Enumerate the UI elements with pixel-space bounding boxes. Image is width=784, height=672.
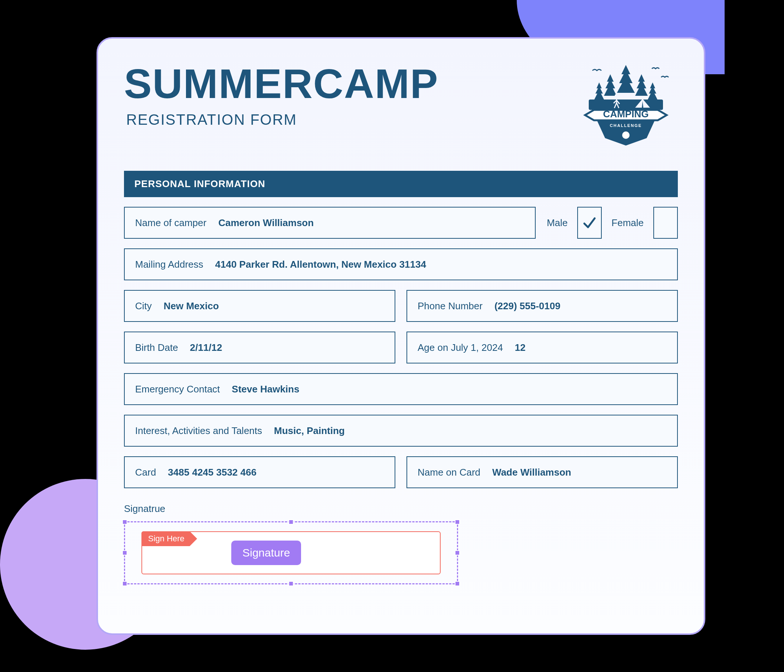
signature-selection-frame[interactable]: Sign Here Signature [124,521,458,584]
male-checkbox[interactable] [577,207,602,239]
interests-value: Music, Painting [274,425,345,437]
svg-point-1 [615,94,618,98]
sign-here-tag: Sign Here [142,531,190,546]
birthdate-label: Birth Date [135,342,178,353]
city-field[interactable]: City New Mexico [124,290,395,322]
name-value: Cameron Williamson [218,217,314,229]
address-field[interactable]: Mailing Address 4140 Parker Rd. Allentow… [124,248,678,280]
birthdate-value: 2/11/12 [190,342,222,353]
camping-logo-icon: CAMPING CHALLENGE [578,59,674,156]
emergency-field[interactable]: Emergency Contact Steve Hawkins [124,373,678,405]
phone-field[interactable]: Phone Number (229) 555-0109 [406,290,678,322]
signature-button[interactable]: Signature [231,541,301,565]
birthdate-field[interactable]: Birth Date 2/11/12 [124,331,395,364]
resize-handle-icon[interactable] [288,581,294,586]
resize-handle-icon[interactable] [122,581,128,586]
section-personal-info: PERSONAL INFORMATION [124,171,678,197]
svg-point-2 [622,131,630,139]
age-label: Age on July 1, 2024 [418,342,503,353]
female-label: Female [611,217,644,229]
cardname-label: Name on Card [418,467,480,478]
header-row: SUMMERCAMP REGISTRATION FORM [124,59,678,156]
page-subtitle: REGISTRATION FORM [126,111,439,128]
cardname-value: Wade Williamson [492,467,571,478]
phone-label: Phone Number [418,300,482,312]
sign-here-text: Sign Here [148,534,185,543]
card-label: Card [135,467,156,478]
checkmark-icon [582,215,597,230]
name-label: Name of camper [135,217,206,229]
interests-field[interactable]: Interest, Activities and Talents Music, … [124,415,678,446]
city-label: City [135,300,152,312]
female-checkbox[interactable] [653,207,678,239]
emergency-label: Emergency Contact [135,384,220,395]
resize-handle-icon[interactable] [122,520,128,524]
name-field[interactable]: Name of camper Cameron Williamson [124,207,536,239]
resize-handle-icon[interactable] [455,520,460,524]
phone-value: (229) 555-0109 [495,300,560,312]
age-field[interactable]: Age on July 1, 2024 12 [406,331,678,364]
title-block: SUMMERCAMP REGISTRATION FORM [124,59,439,128]
resize-handle-icon[interactable] [455,581,460,586]
page-title: SUMMERCAMP [124,63,439,105]
male-label: Male [547,217,568,229]
signature-label: Signatrue [124,503,678,515]
address-value: 4140 Parker Rd. Allentown, New Mexico 31… [215,259,426,270]
signature-box[interactable]: Sign Here Signature [142,531,441,574]
form-area: Name of camper Cameron Williamson Male F… [124,207,678,584]
card-value: 3485 4245 3532 466 [168,467,257,478]
emergency-value: Steve Hawkins [232,384,299,395]
logo-text: CAMPING [603,109,649,120]
resize-handle-icon[interactable] [455,550,460,555]
logo-subtext: CHALLENGE [610,123,642,128]
address-label: Mailing Address [135,259,204,270]
age-value: 12 [515,342,526,353]
city-value: New Mexico [164,300,219,312]
gender-group: Male Female [547,207,678,239]
registration-card: SUMMERCAMP REGISTRATION FORM [96,37,705,635]
resize-handle-icon[interactable] [288,520,294,524]
card-field[interactable]: Card 3485 4245 3532 466 [124,456,395,488]
resize-handle-icon[interactable] [122,550,128,555]
cardname-field[interactable]: Name on Card Wade Williamson [406,456,678,488]
interests-label: Interest, Activities and Talents [135,425,262,437]
